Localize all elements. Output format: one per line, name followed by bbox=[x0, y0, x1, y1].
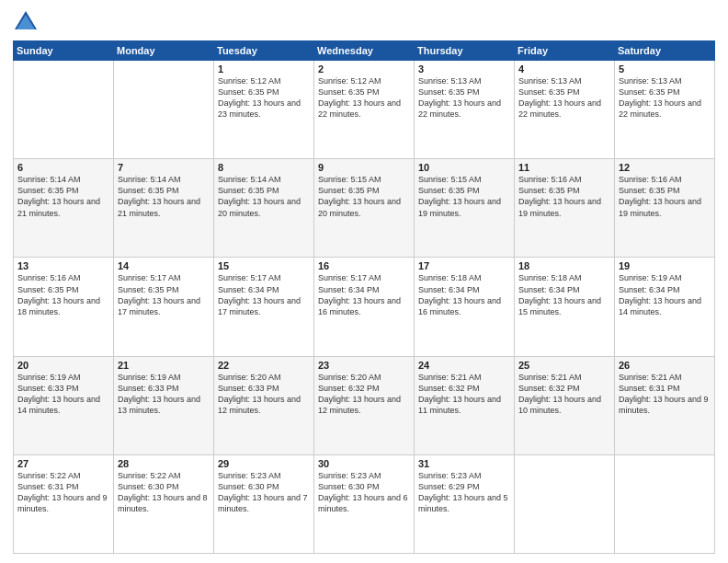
header bbox=[13, 9, 715, 35]
calendar-cell: 9Sunrise: 5:15 AMSunset: 6:35 PMDaylight… bbox=[314, 159, 415, 258]
cell-info: Sunrise: 5:20 AMSunset: 6:33 PMDaylight:… bbox=[218, 372, 310, 417]
day-number: 29 bbox=[218, 458, 310, 469]
week-row-5: 27Sunrise: 5:22 AMSunset: 6:31 PMDayligh… bbox=[14, 454, 715, 553]
day-number: 26 bbox=[619, 360, 711, 371]
day-number: 18 bbox=[518, 260, 610, 271]
calendar-cell: 20Sunrise: 5:19 AMSunset: 6:33 PMDayligh… bbox=[14, 356, 114, 454]
day-number: 28 bbox=[118, 458, 210, 469]
cell-info: Sunrise: 5:19 AMSunset: 6:34 PMDaylight:… bbox=[619, 272, 711, 317]
calendar-cell: 28Sunrise: 5:22 AMSunset: 6:30 PMDayligh… bbox=[114, 454, 214, 553]
calendar-cell: 8Sunrise: 5:14 AMSunset: 6:35 PMDaylight… bbox=[214, 159, 314, 258]
cell-info: Sunrise: 5:14 AMSunset: 6:35 PMDaylight:… bbox=[218, 174, 310, 219]
day-number: 4 bbox=[518, 63, 610, 75]
calendar-cell: 25Sunrise: 5:21 AMSunset: 6:32 PMDayligh… bbox=[515, 356, 615, 454]
day-number: 21 bbox=[118, 360, 210, 371]
calendar-cell: 6Sunrise: 5:14 AMSunset: 6:35 PMDaylight… bbox=[14, 159, 114, 258]
day-number: 3 bbox=[418, 63, 510, 75]
cell-info: Sunrise: 5:17 AMSunset: 6:35 PMDaylight:… bbox=[118, 272, 210, 317]
day-header-tuesday: Tuesday bbox=[214, 41, 314, 61]
day-number: 7 bbox=[118, 162, 210, 173]
cell-info: Sunrise: 5:22 AMSunset: 6:30 PMDaylight:… bbox=[118, 470, 210, 515]
cell-info: Sunrise: 5:16 AMSunset: 6:35 PMDaylight:… bbox=[518, 174, 610, 219]
calendar-cell: 12Sunrise: 5:16 AMSunset: 6:35 PMDayligh… bbox=[615, 159, 715, 258]
calendar-cell: 24Sunrise: 5:21 AMSunset: 6:32 PMDayligh… bbox=[415, 356, 515, 454]
calendar-cell: 1Sunrise: 5:12 AMSunset: 6:35 PMDaylight… bbox=[214, 61, 314, 159]
day-number: 6 bbox=[17, 162, 109, 173]
calendar-cell bbox=[615, 454, 715, 553]
calendar-cell: 16Sunrise: 5:17 AMSunset: 6:34 PMDayligh… bbox=[314, 258, 415, 356]
week-row-4: 20Sunrise: 5:19 AMSunset: 6:33 PMDayligh… bbox=[14, 356, 715, 454]
cell-info: Sunrise: 5:23 AMSunset: 6:30 PMDaylight:… bbox=[318, 470, 410, 515]
calendar-cell: 14Sunrise: 5:17 AMSunset: 6:35 PMDayligh… bbox=[114, 258, 214, 356]
cell-info: Sunrise: 5:13 AMSunset: 6:35 PMDaylight:… bbox=[518, 75, 610, 121]
calendar: SundayMondayTuesdayWednesdayThursdayFrid… bbox=[13, 40, 715, 554]
calendar-cell: 5Sunrise: 5:13 AMSunset: 6:35 PMDaylight… bbox=[615, 61, 715, 159]
day-number: 11 bbox=[518, 162, 610, 173]
logo bbox=[13, 9, 42, 35]
day-number: 16 bbox=[318, 260, 410, 271]
cell-info: Sunrise: 5:22 AMSunset: 6:31 PMDaylight:… bbox=[17, 470, 109, 515]
day-number: 15 bbox=[218, 260, 310, 271]
week-row-1: 1Sunrise: 5:12 AMSunset: 6:35 PMDaylight… bbox=[14, 61, 715, 159]
day-number: 30 bbox=[318, 458, 410, 469]
cell-info: Sunrise: 5:13 AMSunset: 6:35 PMDaylight:… bbox=[418, 75, 510, 121]
calendar-cell bbox=[515, 454, 615, 553]
cell-info: Sunrise: 5:14 AMSunset: 6:35 PMDaylight:… bbox=[118, 174, 210, 219]
calendar-cell: 10Sunrise: 5:15 AMSunset: 6:35 PMDayligh… bbox=[415, 159, 515, 258]
calendar-cell: 29Sunrise: 5:23 AMSunset: 6:30 PMDayligh… bbox=[214, 454, 314, 553]
cell-info: Sunrise: 5:21 AMSunset: 6:32 PMDaylight:… bbox=[518, 372, 610, 417]
calendar-cell: 19Sunrise: 5:19 AMSunset: 6:34 PMDayligh… bbox=[615, 258, 715, 356]
calendar-cell: 18Sunrise: 5:18 AMSunset: 6:34 PMDayligh… bbox=[515, 258, 615, 356]
calendar-cell: 3Sunrise: 5:13 AMSunset: 6:35 PMDaylight… bbox=[415, 61, 515, 159]
page: SundayMondayTuesdayWednesdayThursdayFrid… bbox=[0, 0, 728, 563]
day-number: 19 bbox=[619, 260, 711, 271]
day-number: 22 bbox=[218, 360, 310, 371]
calendar-cell: 7Sunrise: 5:14 AMSunset: 6:35 PMDaylight… bbox=[114, 159, 214, 258]
cell-info: Sunrise: 5:15 AMSunset: 6:35 PMDaylight:… bbox=[418, 174, 510, 219]
cell-info: Sunrise: 5:16 AMSunset: 6:35 PMDaylight:… bbox=[17, 272, 109, 317]
day-number: 1 bbox=[218, 63, 310, 75]
calendar-cell: 27Sunrise: 5:22 AMSunset: 6:31 PMDayligh… bbox=[14, 454, 114, 553]
cell-info: Sunrise: 5:17 AMSunset: 6:34 PMDaylight:… bbox=[218, 272, 310, 317]
cell-info: Sunrise: 5:21 AMSunset: 6:31 PMDaylight:… bbox=[619, 372, 711, 417]
calendar-cell: 17Sunrise: 5:18 AMSunset: 6:34 PMDayligh… bbox=[415, 258, 515, 356]
day-header-friday: Friday bbox=[515, 41, 615, 61]
cell-info: Sunrise: 5:16 AMSunset: 6:35 PMDaylight:… bbox=[619, 174, 711, 219]
calendar-cell: 2Sunrise: 5:12 AMSunset: 6:35 PMDaylight… bbox=[314, 61, 415, 159]
day-number: 20 bbox=[17, 360, 109, 371]
day-number: 31 bbox=[418, 458, 510, 469]
cell-info: Sunrise: 5:12 AMSunset: 6:35 PMDaylight:… bbox=[318, 75, 410, 121]
calendar-cell: 21Sunrise: 5:19 AMSunset: 6:33 PMDayligh… bbox=[114, 356, 214, 454]
day-number: 10 bbox=[418, 162, 510, 173]
cell-info: Sunrise: 5:23 AMSunset: 6:30 PMDaylight:… bbox=[218, 470, 310, 515]
calendar-cell: 30Sunrise: 5:23 AMSunset: 6:30 PMDayligh… bbox=[314, 454, 415, 553]
day-header-thursday: Thursday bbox=[415, 41, 515, 61]
day-number: 2 bbox=[318, 63, 410, 75]
day-header-saturday: Saturday bbox=[615, 41, 715, 61]
cell-info: Sunrise: 5:17 AMSunset: 6:34 PMDaylight:… bbox=[318, 272, 410, 317]
day-number: 14 bbox=[118, 260, 210, 271]
cell-info: Sunrise: 5:12 AMSunset: 6:35 PMDaylight:… bbox=[218, 75, 310, 121]
cell-info: Sunrise: 5:21 AMSunset: 6:32 PMDaylight:… bbox=[418, 372, 510, 417]
logo-icon bbox=[13, 9, 39, 35]
day-header-monday: Monday bbox=[114, 41, 214, 61]
day-number: 17 bbox=[418, 260, 510, 271]
day-number: 27 bbox=[17, 458, 109, 469]
cell-info: Sunrise: 5:23 AMSunset: 6:29 PMDaylight:… bbox=[418, 470, 510, 515]
calendar-cell bbox=[14, 61, 114, 159]
day-number: 13 bbox=[17, 260, 109, 271]
calendar-cell: 22Sunrise: 5:20 AMSunset: 6:33 PMDayligh… bbox=[214, 356, 314, 454]
cell-info: Sunrise: 5:15 AMSunset: 6:35 PMDaylight:… bbox=[318, 174, 410, 219]
cell-info: Sunrise: 5:19 AMSunset: 6:33 PMDaylight:… bbox=[17, 372, 109, 417]
day-header-wednesday: Wednesday bbox=[314, 41, 415, 61]
day-number: 9 bbox=[318, 162, 410, 173]
cell-info: Sunrise: 5:14 AMSunset: 6:35 PMDaylight:… bbox=[17, 174, 109, 219]
calendar-header-row: SundayMondayTuesdayWednesdayThursdayFrid… bbox=[14, 41, 715, 61]
day-number: 5 bbox=[619, 63, 711, 75]
cell-info: Sunrise: 5:20 AMSunset: 6:32 PMDaylight:… bbox=[318, 372, 410, 417]
cell-info: Sunrise: 5:18 AMSunset: 6:34 PMDaylight:… bbox=[518, 272, 610, 317]
calendar-cell: 4Sunrise: 5:13 AMSunset: 6:35 PMDaylight… bbox=[515, 61, 615, 159]
cell-info: Sunrise: 5:19 AMSunset: 6:33 PMDaylight:… bbox=[118, 372, 210, 417]
day-number: 12 bbox=[619, 162, 711, 173]
week-row-2: 6Sunrise: 5:14 AMSunset: 6:35 PMDaylight… bbox=[14, 159, 715, 258]
